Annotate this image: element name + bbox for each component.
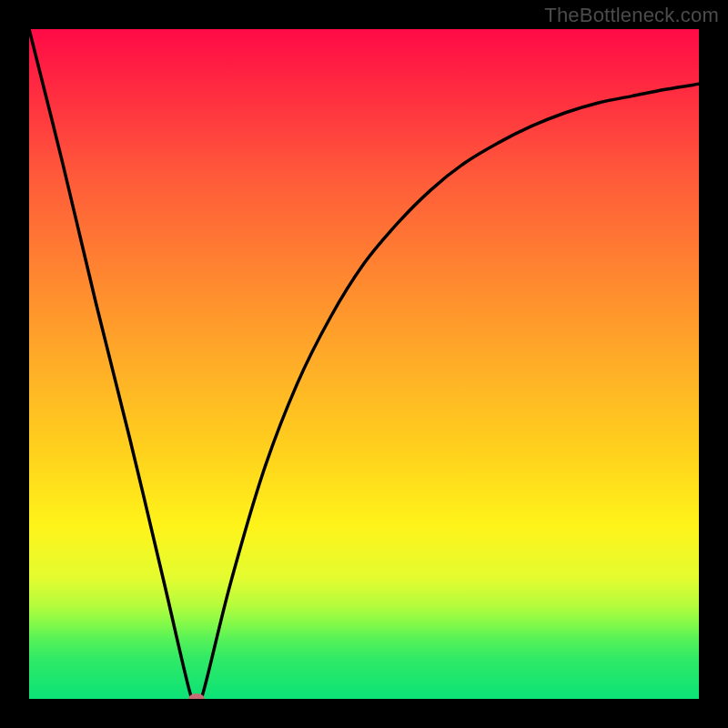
chart-frame: TheBottleneck.com xyxy=(0,0,728,728)
plot-area xyxy=(29,29,699,699)
watermark-text: TheBottleneck.com xyxy=(544,4,719,27)
